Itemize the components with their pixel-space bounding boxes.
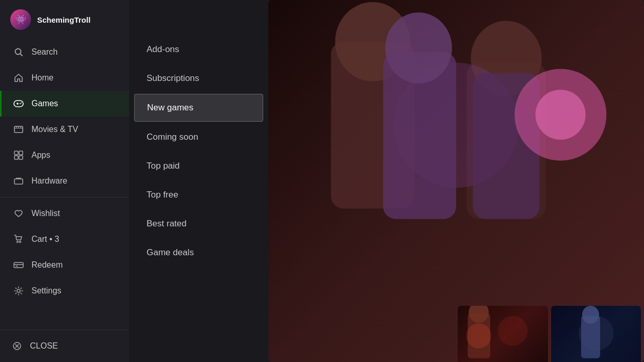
cart-icon <box>13 234 24 245</box>
svg-rect-12 <box>14 151 18 155</box>
sidebar-item-home-label: Home <box>31 73 54 83</box>
submenu-item-subscriptions[interactable]: Subscriptions <box>134 65 263 92</box>
svg-rect-14 <box>14 156 18 159</box>
sidebar-item-games-label: Games <box>31 99 58 108</box>
submenu-item-coming-soon[interactable]: Coming soon <box>134 124 263 151</box>
svg-rect-19 <box>14 262 23 268</box>
close-button[interactable]: CLOSE <box>0 330 129 362</box>
hardware-icon <box>13 175 24 187</box>
sidebar-nav: Search Home Games Movies & TV <box>0 39 129 330</box>
sidebar-item-search[interactable]: Search <box>0 39 129 65</box>
thumbnail-2[interactable] <box>365 306 455 362</box>
sidebar-item-wishlist-label: Wishlist <box>31 209 60 218</box>
submenu-item-top-paid[interactable]: Top paid <box>134 153 263 179</box>
sidebar-item-search-label: Search <box>31 47 58 57</box>
sidebar-item-wishlist[interactable]: Wishlist <box>0 201 129 226</box>
wishlist-icon <box>13 208 24 219</box>
svg-point-18 <box>20 241 21 243</box>
home-icon <box>13 72 24 84</box>
sidebar-item-settings-label: Settings <box>31 286 61 295</box>
sidebar-item-hardware-label: Hardware <box>31 176 67 186</box>
sidebar-item-settings[interactable]: Settings <box>0 278 129 304</box>
sidebar-item-cart-label: Cart • 3 <box>31 235 59 244</box>
svg-rect-15 <box>19 156 23 159</box>
sidebar-item-apps-label: Apps <box>31 151 50 160</box>
sidebar-item-games[interactable]: Games <box>0 91 129 117</box>
svg-line-1 <box>21 54 23 56</box>
svg-point-77 <box>466 323 491 348</box>
thumbnail-3[interactable]: SCARLET NEXUS <box>458 306 548 362</box>
close-icon <box>11 340 23 352</box>
svg-point-78 <box>498 316 528 345</box>
search-icon <box>13 46 24 58</box>
submenu-item-new-games[interactable]: New games <box>134 94 263 122</box>
svg-point-81 <box>582 306 599 324</box>
sidebar-item-redeem-label: Redeem <box>31 260 62 270</box>
sidebar-item-movies[interactable]: Movies & TV <box>0 117 129 142</box>
submenu: Add-ons Subscriptions New games Coming s… <box>129 0 268 362</box>
apps-icon <box>13 150 24 161</box>
submenu-item-game-deals[interactable]: Game deals <box>134 239 263 266</box>
svg-rect-13 <box>19 151 23 155</box>
submenu-item-best-rated[interactable]: Best rated <box>134 210 263 237</box>
close-label: CLOSE <box>30 341 58 351</box>
sidebar-item-home[interactable]: Home <box>0 65 129 91</box>
username-label: SchemingTroll <box>37 15 90 24</box>
redeem-icon <box>13 259 24 271</box>
movies-icon <box>13 124 24 135</box>
sidebar: 👾 SchemingTroll Search Home Games <box>0 0 129 362</box>
settings-icon <box>13 285 24 297</box>
svg-point-22 <box>17 289 20 292</box>
submenu-item-top-free[interactable]: Top free <box>134 182 263 208</box>
svg-rect-16 <box>14 179 23 184</box>
sidebar-item-hardware[interactable]: Hardware <box>0 168 129 194</box>
content-grid: Halo Infinite The most ambitious Master … <box>268 0 644 362</box>
games-icon <box>13 98 24 109</box>
submenu-item-addons[interactable]: Add-ons <box>134 36 263 63</box>
thumbnail-4[interactable] <box>551 306 641 362</box>
sidebar-item-redeem[interactable]: Redeem <box>0 252 129 278</box>
sidebar-item-movies-label: Movies & TV <box>31 125 78 134</box>
svg-point-0 <box>15 49 21 55</box>
svg-point-5 <box>20 103 21 104</box>
user-profile[interactable]: 👾 SchemingTroll <box>0 0 129 39</box>
sidebar-item-cart[interactable]: Cart • 3 <box>0 226 129 252</box>
main-content: Halo Infinite The most ambitious Master … <box>268 0 644 362</box>
avatar: 👾 <box>10 9 31 30</box>
svg-point-6 <box>21 103 22 104</box>
svg-point-17 <box>17 241 19 243</box>
sidebar-item-apps[interactable]: Apps <box>0 142 129 168</box>
